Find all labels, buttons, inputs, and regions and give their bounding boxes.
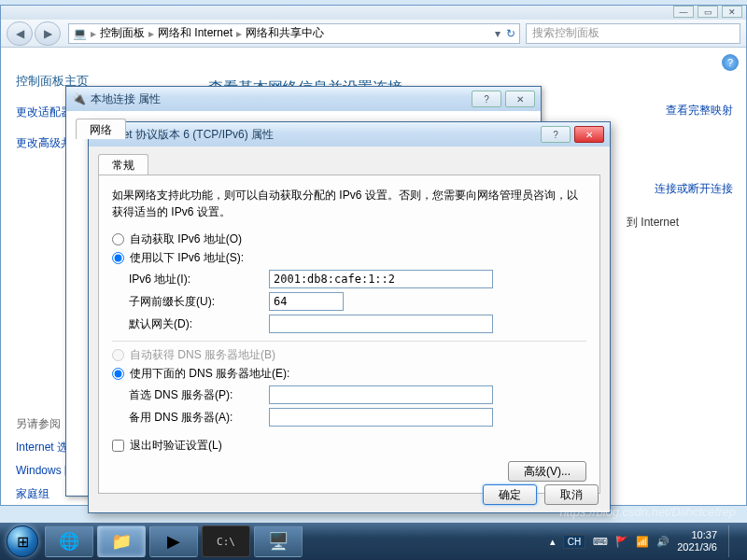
show-desktop-button[interactable] — [728, 525, 738, 557]
tray-keyboard-icon[interactable]: ⌨ — [593, 536, 608, 548]
taskbar-explorer[interactable]: 📁 — [97, 525, 146, 557]
dns2-label: 备用 DNS 服务器(A): — [129, 410, 269, 426]
help-icon[interactable]: ? — [722, 54, 739, 71]
cancel-button[interactable]: 取消 — [544, 484, 599, 505]
taskbar-media[interactable]: ▶ — [149, 525, 198, 557]
tray-expand-icon[interactable]: ▴ — [550, 536, 556, 548]
validate-label: 退出时验证设置(L) — [130, 438, 222, 454]
win2-title: 本地连接 属性 — [91, 91, 161, 107]
dropdown-icon[interactable]: ▾ — [495, 27, 500, 40]
tray-volume-icon[interactable]: 🔊 — [656, 536, 669, 548]
search-input[interactable]: 搜索控制面板 — [526, 23, 740, 44]
start-button[interactable]: ⊞ — [4, 523, 41, 560]
win2-close-button[interactable]: ✕ — [505, 91, 535, 107]
ipv6-address-input[interactable] — [269, 270, 493, 288]
search-placeholder: 搜索控制面板 — [532, 25, 599, 41]
radio-auto-dns-row: 自动获得 DNS 服务器地址(B) — [112, 347, 586, 363]
win2-tab-network[interactable]: 网络 — [76, 119, 126, 139]
explorer-titlebar: — ▭ ✕ — [1, 6, 746, 20]
windows-logo-icon: ⊞ — [17, 533, 29, 551]
ipv6-properties-dialog: Internet 协议版本 6 (TCP/IPv6) 属性 ? ✕ 常规 如果网… — [88, 121, 611, 513]
radio-use-dns-label: 使用下面的 DNS 服务器地址(E): — [130, 366, 289, 382]
computer-icon: 💻 — [73, 27, 87, 40]
dns1-input[interactable] — [269, 385, 493, 404]
radio-use-dns-row[interactable]: 使用下面的 DNS 服务器地址(E): — [112, 366, 586, 382]
info-internet: 到 Internet — [627, 215, 679, 231]
address-bar[interactable]: 💻 ▸ 控制面板 ▸ 网络和 Internet ▸ 网络和共享中心 ▾ ↻ — [68, 23, 520, 44]
breadcrumb-1[interactable]: 控制面板 — [100, 25, 145, 41]
advanced-button[interactable]: 高级(V)... — [508, 461, 586, 482]
dns1-label: 首选 DNS 服务器(P): — [129, 387, 269, 403]
gateway-input[interactable] — [269, 315, 493, 333]
tray-clock[interactable]: 10:37 2021/3/6 — [677, 529, 717, 553]
network-icon: 🔌 — [72, 92, 85, 105]
prefix-label: 子网前缀长度(U): — [129, 294, 269, 310]
win3-help-button[interactable]: ? — [541, 126, 571, 143]
refresh-icon[interactable]: ↻ — [506, 27, 515, 40]
tray-flag-icon[interactable]: 🚩 — [615, 536, 628, 548]
radio-auto-ip-label: 自动获取 IPv6 地址(O) — [130, 231, 242, 247]
validate-row[interactable]: 退出时验证设置(L) — [112, 438, 586, 454]
ipv6-description: 如果网络支持此功能，则可以自动获取分配的 IPv6 设置。否则，您需要向网络管理… — [112, 187, 586, 220]
system-tray: ▴ CH ⌨ 🚩 📶 🔊 10:37 2021/3/6 — [550, 525, 743, 557]
radio-use-ip-row[interactable]: 使用以下 IPv6 地址(S): — [112, 250, 586, 266]
prefix-length-input[interactable] — [269, 292, 344, 311]
radio-auto-dns — [112, 349, 124, 361]
forward-button[interactable]: ▶ — [35, 21, 61, 46]
link-connect[interactable]: 连接或断开连接 — [655, 181, 733, 197]
explorer-navbar: ◀ ▶ 💻 ▸ 控制面板 ▸ 网络和 Internet ▸ 网络和共享中心 ▾ … — [1, 20, 746, 48]
back-button[interactable]: ◀ — [7, 21, 33, 46]
win3-titlebar[interactable]: Internet 协议版本 6 (TCP/IPv6) 属性 ? ✕ — [89, 122, 610, 147]
divider — [112, 341, 586, 342]
win2-titlebar[interactable]: 🔌 本地连接 属性 ? ✕ — [66, 87, 541, 111]
tray-language[interactable]: CH — [563, 535, 585, 549]
breadcrumb-2[interactable]: 网络和 Internet — [158, 25, 233, 41]
close-button[interactable]: ✕ — [722, 6, 742, 18]
radio-use-ip[interactable] — [112, 252, 124, 264]
tray-time: 10:37 — [677, 529, 717, 541]
breadcrumb-3[interactable]: 网络和共享中心 — [246, 25, 324, 41]
taskbar-cmd[interactable]: C:\ — [202, 525, 250, 557]
tray-network-icon[interactable]: 📶 — [636, 536, 649, 548]
dns2-input[interactable] — [269, 408, 493, 427]
breadcrumb-sep: ▸ — [91, 27, 96, 40]
radio-auto-ip[interactable] — [112, 233, 124, 245]
radio-use-dns[interactable] — [112, 368, 124, 380]
tray-date: 2021/3/6 — [677, 541, 717, 553]
radio-auto-ip-row[interactable]: 自动获取 IPv6 地址(O) — [112, 231, 586, 247]
maximize-button[interactable]: ▭ — [698, 6, 718, 18]
ip-label: IPv6 地址(I): — [129, 272, 269, 287]
taskbar-network-center[interactable]: 🖥️ — [254, 525, 303, 557]
link-full-map[interactable]: 查看完整映射 — [666, 103, 733, 119]
win2-help-button[interactable]: ? — [472, 91, 501, 107]
gateway-label: 默认网关(D): — [129, 316, 269, 332]
radio-auto-dns-label: 自动获得 DNS 服务器地址(B) — [130, 347, 275, 363]
tab-general[interactable]: 常规 — [98, 154, 148, 175]
tab-panel-general: 如果网络支持此功能，则可以自动获取分配的 IPv6 设置。否则，您需要向网络管理… — [98, 175, 600, 494]
validate-checkbox[interactable] — [112, 440, 124, 452]
radio-use-ip-label: 使用以下 IPv6 地址(S): — [130, 250, 244, 266]
taskbar-ie[interactable]: 🌐 — [45, 525, 93, 557]
minimize-button[interactable]: — — [673, 6, 694, 18]
ok-button[interactable]: 确定 — [483, 484, 537, 505]
win3-close-button[interactable]: ✕ — [574, 126, 604, 143]
taskbar: ⊞ 🌐 📁 ▶ C:\ 🖥️ ▴ CH ⌨ 🚩 📶 🔊 10:37 2021/3… — [0, 523, 747, 560]
